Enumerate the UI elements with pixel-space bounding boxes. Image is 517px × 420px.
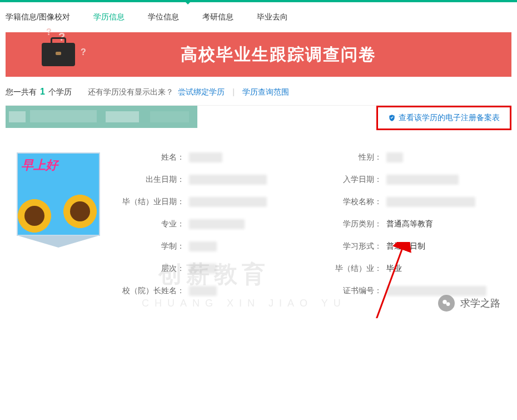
level-label: 层次：: [117, 264, 189, 274]
system-value: [189, 241, 217, 251]
major-value: [189, 219, 245, 229]
photo-greeting: 早上好: [21, 157, 96, 174]
tab-xuewei[interactable]: 学位信息: [148, 12, 179, 22]
president-label: 校（院）长姓名：: [117, 286, 189, 296]
edu-type-value: 普通高等教育: [386, 219, 500, 229]
wechat-icon: [438, 295, 455, 312]
count-row: 您一共有 1 个学历 还有学历没有显示出来？ 尝试绑定学历 | 学历查询范围: [0, 87, 517, 105]
school-name-strip: [6, 106, 197, 128]
enroll-label: 入学日期：: [314, 175, 386, 185]
study-mode-value: 普通全日制: [386, 241, 500, 251]
photo-ribbon: [17, 235, 100, 248]
photo-column: 早上好: [17, 152, 100, 296]
count-suffix: 个学历: [48, 87, 72, 96]
cert-no-label: 证书编号：: [314, 286, 386, 296]
grad-date-label: 毕（结）业日期：: [117, 197, 189, 207]
shield-icon: [388, 114, 396, 122]
svg-point-1: [443, 300, 447, 304]
grad-status-value: 毕业: [386, 264, 500, 274]
query-scope-link[interactable]: 学历查询范围: [242, 87, 289, 96]
count-number: 1: [39, 87, 46, 96]
gender-label: 性别：: [314, 152, 386, 162]
tab-xueli[interactable]: 学历信息: [93, 12, 125, 22]
bind-degree-link[interactable]: 尝试绑定学历: [178, 87, 225, 96]
birth-value: [189, 175, 267, 185]
tab-kaoyan[interactable]: 考研信息: [202, 12, 233, 22]
view-registration-link[interactable]: 查看该学历的电子注册备案表: [388, 113, 500, 123]
divider: |: [232, 87, 235, 96]
level-value: [189, 264, 217, 274]
school-value: [386, 197, 475, 207]
source-watermark: 求学之路: [438, 295, 500, 312]
survey-banner[interactable]: ? ? ? 高校毕业生跟踪调查问卷: [6, 32, 511, 77]
system-label: 学制：: [117, 241, 189, 251]
annotation-highlight: 查看该学历的电子注册备案表: [376, 106, 511, 130]
name-label: 姓名：: [117, 152, 189, 162]
svg-point-2: [446, 302, 450, 306]
detail-fields: 姓名： 性别： 出生日期： 入学日期： 毕（结）业日期： 学校名称： 专业： 学…: [117, 152, 500, 296]
edu-type-label: 学历类别：: [314, 219, 386, 229]
president-value: [189, 286, 217, 296]
enroll-value: [386, 175, 459, 185]
gender-value: [386, 152, 403, 162]
count-prefix: 您一共有: [6, 87, 37, 96]
briefcase-icon: ? ? ?: [42, 43, 75, 66]
student-photo: 早上好: [17, 152, 100, 236]
name-value: [189, 152, 222, 162]
degree-card: 查看该学历的电子注册备案表 早上好 姓名： 性别： 出生日期： 入学日期： 毕（…: [6, 105, 511, 318]
study-mode-label: 学习形式：: [314, 241, 386, 251]
main-tabs: 学籍信息/图像校对 学历信息 学位信息 考研信息 毕业去向: [0, 2, 517, 32]
missing-hint: 还有学历没有显示出来？: [88, 87, 173, 96]
birth-label: 出生日期：: [117, 175, 189, 185]
tab-xueji[interactable]: 学籍信息/图像校对: [6, 12, 70, 22]
banner-title: 高校毕业生跟踪调查问卷: [181, 43, 376, 66]
view-registration-label: 查看该学历的电子注册备案表: [399, 113, 500, 123]
grad-date-value: [189, 197, 267, 207]
tab-biye[interactable]: 毕业去向: [257, 12, 288, 22]
school-label: 学校名称：: [314, 197, 386, 207]
grad-status-label: 毕（结）业：: [314, 264, 386, 274]
source-name: 求学之路: [460, 297, 500, 310]
major-label: 专业：: [117, 219, 189, 229]
